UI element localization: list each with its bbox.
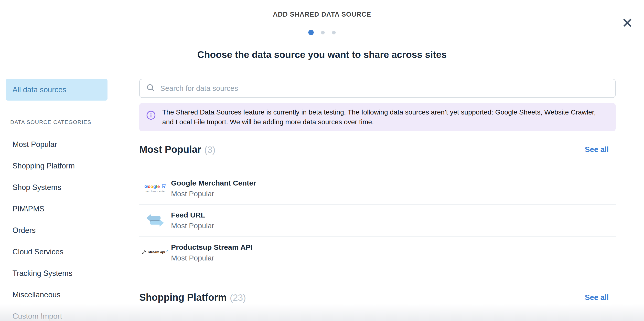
section-title-text: Shopping Platform <box>139 292 227 303</box>
section-title: Shopping Platform (23) <box>139 292 246 303</box>
data-source-row-productsup-stream-api[interactable]: stream api ↗ Productsup Stream API Most … <box>139 237 616 269</box>
section-title: Most Popular (3) <box>139 144 216 155</box>
data-source-row-google-merchant-center[interactable]: Google merchant center Googl <box>139 173 616 205</box>
feed-url-icon <box>139 213 171 228</box>
sidebar-item-tracking-systems[interactable]: Tracking Systems <box>6 263 108 284</box>
main-content: The Shared Data Sources feature is curre… <box>139 79 616 303</box>
step-dot-2 <box>321 31 325 34</box>
section-title-text: Most Popular <box>139 144 201 155</box>
section-count: (3) <box>204 145 215 155</box>
modal-heading: Choose the data source you want to share… <box>0 49 644 60</box>
search-bar <box>139 79 616 98</box>
sidebar-item-shopping-platform[interactable]: Shopping Platform <box>6 155 108 177</box>
stream-api-wordmark: stream api <box>148 251 165 254</box>
sidebar-item-cloud-services[interactable]: Cloud Services <box>6 241 108 263</box>
see-all-link-most-popular[interactable]: See all <box>585 145 609 154</box>
data-source-category: Most Popular <box>171 254 252 262</box>
data-source-name: Google Merchant Center <box>171 179 256 187</box>
step-indicator <box>0 30 644 35</box>
beta-info-banner: The Shared Data Sources feature is curre… <box>139 103 616 131</box>
section-count: (23) <box>230 293 246 303</box>
google-merchant-center-logo: Google merchant center <box>139 184 171 193</box>
data-source-row-feed-url[interactable]: Feed URL Most Popular <box>139 205 616 237</box>
page-title: ADD SHARED DATA SOURCE <box>0 11 644 18</box>
sidebar-item-custom-import[interactable]: Custom Import <box>6 306 108 321</box>
merchant-center-label: merchant center <box>145 190 166 193</box>
step-dot-3 <box>332 31 336 34</box>
search-input[interactable] <box>160 84 608 92</box>
sidebar-item-shop-systems[interactable]: Shop Systems <box>6 177 108 198</box>
sidebar-item-most-popular[interactable]: Most Popular <box>6 134 108 155</box>
search-icon <box>146 84 155 93</box>
data-source-category: Most Popular <box>171 190 256 198</box>
sidebar-categories-label: DATA SOURCE CATEGORIES <box>10 119 108 125</box>
sidebar: All data sources DATA SOURCE CATEGORIES … <box>6 79 108 321</box>
step-dot-1-active <box>308 30 314 35</box>
sidebar-item-pim-pms[interactable]: PIM\PMS <box>6 198 108 220</box>
sidebar-item-all-data-sources[interactable]: All data sources <box>6 79 108 101</box>
section-header-most-popular: Most Popular (3) See all <box>139 144 616 155</box>
sidebar-item-miscellaneous[interactable]: Miscellaneous <box>6 284 108 306</box>
sidebar-item-orders[interactable]: Orders <box>6 220 108 241</box>
see-all-link-shopping-platform[interactable]: See all <box>585 293 609 302</box>
data-source-category: Most Popular <box>171 222 214 230</box>
data-source-list: Google merchant center Googl <box>139 173 616 269</box>
google-wordmark: Google <box>144 184 160 189</box>
broadcast-icon <box>142 250 147 256</box>
close-button[interactable] <box>622 17 633 29</box>
data-source-name: Productsup Stream API <box>171 243 252 252</box>
data-source-name: Feed URL <box>171 211 214 219</box>
beta-info-text: The Shared Data Sources feature is curre… <box>162 107 602 127</box>
close-icon <box>623 18 632 28</box>
shopping-cart-icon <box>161 184 166 189</box>
stream-api-arrow-icon: ↗ <box>166 250 168 252</box>
info-icon <box>146 110 156 121</box>
stream-api-logo: stream api ↗ <box>139 250 171 256</box>
sidebar-category-list: Most Popular Shopping Platform Shop Syst… <box>6 134 108 321</box>
section-header-shopping-platform: Shopping Platform (23) See all <box>139 292 616 303</box>
